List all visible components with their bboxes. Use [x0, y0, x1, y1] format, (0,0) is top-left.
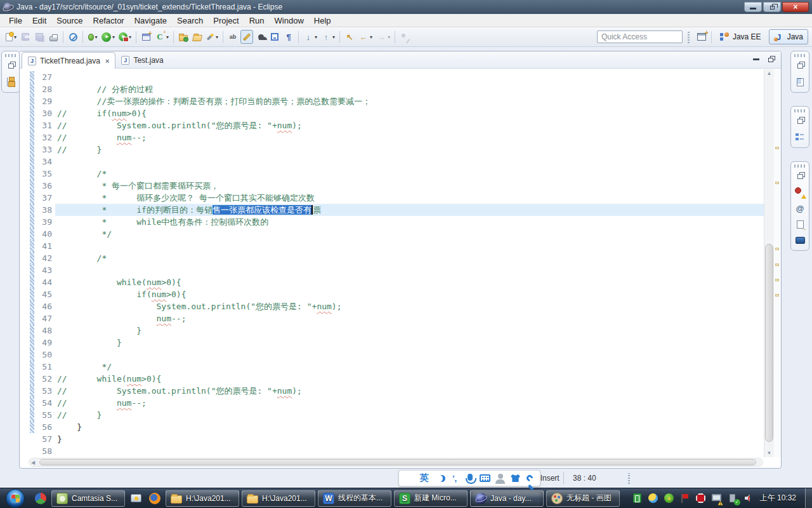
- last-edit-location-button[interactable]: ↖: [343, 30, 356, 44]
- show-whitespace-button[interactable]: ¶: [282, 30, 295, 44]
- pc-warning-tray-button[interactable]: [712, 493, 722, 504]
- code-text[interactable]: // }: [55, 409, 764, 421]
- line-number[interactable]: 28: [34, 83, 55, 95]
- close-tab-icon[interactable]: ×: [105, 57, 109, 65]
- menu-search[interactable]: Search: [172, 15, 208, 27]
- previous-annotation-dropdown-icon[interactable]: ▾: [332, 34, 335, 40]
- line-number[interactable]: 56: [34, 421, 55, 433]
- menu-file[interactable]: File: [4, 15, 27, 27]
- outline-view-button[interactable]: [792, 130, 808, 145]
- line-number[interactable]: 36: [34, 180, 55, 192]
- new-wizard-button[interactable]: ▾: [4, 30, 18, 44]
- start-button[interactable]: [6, 489, 25, 508]
- taskbar-button-camtasia[interactable]: Camtasia S...: [51, 490, 125, 507]
- scroll-up-icon[interactable]: ▲: [764, 70, 774, 76]
- line-number[interactable]: 52: [34, 373, 55, 385]
- soft-keyboard-button[interactable]: [478, 472, 492, 485]
- code-text[interactable]: // while(num>0){: [55, 373, 764, 385]
- code-text[interactable]: [55, 240, 764, 252]
- code-text[interactable]: // 分析的过程: [55, 83, 764, 95]
- generate-javadoc-button[interactable]: [254, 30, 267, 44]
- code-text[interactable]: */: [55, 228, 764, 240]
- open-plugin-artifact-button[interactable]: [177, 30, 190, 44]
- new-wizard-dropdown-icon[interactable]: ▾: [14, 34, 16, 40]
- annotation-mark[interactable]: [775, 279, 779, 281]
- annotation-mark[interactable]: [775, 294, 779, 297]
- next-annotation-button[interactable]: ↓▾: [302, 30, 318, 44]
- line-number[interactable]: 41: [34, 240, 55, 252]
- code-text[interactable]: [55, 156, 764, 168]
- code-text[interactable]: * while中也有条件：控制循环次数的: [55, 216, 764, 228]
- horizontal-scrollbar[interactable]: ◀: [29, 458, 763, 467]
- line-number[interactable]: 27: [34, 71, 55, 83]
- line-number[interactable]: 46: [34, 300, 55, 312]
- search-dropdown-icon[interactable]: ▾: [216, 34, 218, 40]
- code-text[interactable]: /*: [55, 252, 764, 264]
- previous-annotation-button[interactable]: ↑▾: [320, 30, 336, 44]
- code-text[interactable]: /*: [55, 168, 764, 180]
- line-number[interactable]: 53: [34, 385, 55, 397]
- code-text[interactable]: [55, 71, 764, 83]
- code-text[interactable]: */: [55, 361, 764, 373]
- menu-help[interactable]: Help: [309, 15, 336, 27]
- code-text[interactable]: // num--;: [55, 397, 764, 409]
- restore-view-button[interactable]: [792, 58, 808, 74]
- menu-edit[interactable]: Edit: [27, 15, 51, 27]
- line-number[interactable]: 37: [34, 192, 55, 204]
- code-text[interactable]: // }: [55, 144, 764, 156]
- line-number[interactable]: 48: [34, 324, 55, 337]
- line-number[interactable]: 39: [34, 216, 55, 228]
- line-number[interactable]: 42: [34, 252, 55, 264]
- open-perspective-button[interactable]: [695, 30, 708, 44]
- code-text[interactable]: [55, 264, 764, 276]
- volume-muted-tray-button[interactable]: [743, 493, 754, 504]
- new-java-class-dropdown-icon[interactable]: ▾: [166, 34, 169, 40]
- pin-editor-button[interactable]: [398, 30, 411, 44]
- annotation-mark[interactable]: [775, 182, 779, 184]
- code-text[interactable]: [55, 349, 764, 361]
- save-button[interactable]: [19, 30, 32, 44]
- code-text[interactable]: num--;: [55, 312, 764, 324]
- save-all-button[interactable]: [33, 30, 46, 44]
- close-button[interactable]: ×: [782, 2, 809, 12]
- taskbar-button-wdoc[interactable]: W线程的基本...: [318, 490, 391, 507]
- line-number[interactable]: 34: [34, 156, 55, 168]
- menu-window[interactable]: Window: [270, 15, 309, 27]
- lang-english-button[interactable]: 英: [417, 472, 431, 485]
- restore-view-button[interactable]: [792, 169, 808, 184]
- line-number[interactable]: 43: [34, 264, 55, 276]
- console-view-button[interactable]: [792, 232, 808, 248]
- problems-view-button[interactable]: [792, 185, 808, 200]
- line-number[interactable]: 57: [34, 433, 55, 445]
- account-button[interactable]: [494, 472, 507, 485]
- usb-drive-tray-button[interactable]: [632, 493, 643, 504]
- taskbar-button-paint[interactable]: 无标题 - 画图: [546, 490, 620, 507]
- line-number[interactable]: 38: [34, 204, 55, 216]
- maximize-editor-button[interactable]: [768, 58, 773, 62]
- externalize-strings-button[interactable]: ab: [226, 30, 239, 44]
- open-resource-button[interactable]: [191, 30, 204, 44]
- back-button[interactable]: ←▾: [357, 30, 374, 44]
- menu-refactor[interactable]: Refactor: [88, 15, 129, 27]
- drag-handle[interactable]: [794, 164, 806, 168]
- code-text[interactable]: }: [55, 433, 764, 445]
- menu-run[interactable]: Run: [244, 15, 270, 27]
- javadoc-view-button[interactable]: @: [792, 201, 808, 216]
- line-number[interactable]: 51: [34, 361, 55, 373]
- line-number[interactable]: 33: [34, 144, 55, 156]
- quick-access-input[interactable]: [597, 30, 683, 43]
- skin-button[interactable]: [509, 472, 522, 485]
- sogou-logo-button[interactable]: S: [402, 472, 416, 485]
- code-text[interactable]: * 循环多少次呢？ 每一个窗口其实不能够确定次数: [55, 192, 764, 204]
- debug-dropdown-icon[interactable]: ▾: [95, 34, 98, 40]
- menu-navigate[interactable]: Navigate: [129, 15, 172, 27]
- line-number[interactable]: 55: [34, 409, 55, 421]
- line-number[interactable]: 31: [34, 119, 55, 131]
- minimize-editor-button[interactable]: [753, 58, 759, 60]
- package-explorer-view-button[interactable]: [3, 74, 18, 90]
- code-text[interactable]: System.out.println("您的票号是: "+num);: [55, 300, 764, 312]
- code-text[interactable]: }: [55, 421, 764, 433]
- code-text[interactable]: * 每一个窗口都需要循环买票，: [55, 180, 764, 192]
- line-number[interactable]: 50: [34, 349, 55, 361]
- taskbar-button-sdoc[interactable]: S新建 Micro...: [394, 490, 468, 507]
